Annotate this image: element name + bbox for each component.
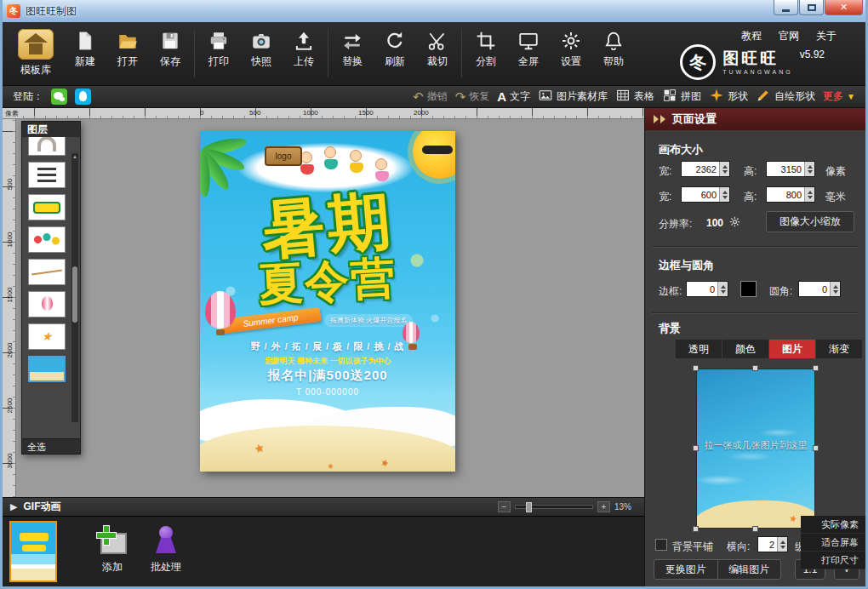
horizontal-tile-stepper[interactable]: 2 (757, 536, 788, 552)
link-tutorial[interactable]: 教程 (741, 29, 762, 43)
tile-background-checkbox[interactable] (655, 539, 667, 551)
poster-canvas[interactable]: logo 暑期 夏令营 Summer camp 拓展新体验 火爆开营报名 野 /… (200, 131, 455, 472)
puzzle-tool-button[interactable]: 拼图 (662, 88, 701, 106)
layers-panel: 图层 ★ ▲ 全选 (21, 121, 81, 455)
redo-icon: ↷ (455, 89, 466, 105)
height-px-stepper[interactable]: 3150 (766, 161, 815, 177)
resize-handle[interactable] (813, 365, 819, 371)
layer-thumb-balloon[interactable] (28, 291, 66, 317)
more-button[interactable]: 更多 ▼ (823, 89, 855, 104)
home-icon (18, 29, 54, 60)
tab-color[interactable]: 颜色 (722, 340, 768, 358)
refresh-icon (384, 30, 406, 52)
resize-handle[interactable] (693, 445, 699, 451)
image-resize-button[interactable]: 图像大小缩放 (766, 211, 854, 232)
layer-thumb-text[interactable] (28, 162, 66, 188)
qq-login-icon[interactable] (75, 89, 91, 105)
play-icon[interactable]: ▶ (10, 501, 17, 512)
stepper-arrows[interactable] (804, 187, 814, 202)
text-tool-button[interactable]: A 文字 (497, 89, 530, 104)
batch-process-button[interactable]: 批处理 (141, 525, 191, 575)
zoom-out-button[interactable]: − (498, 501, 511, 512)
zoom-slider[interactable] (515, 505, 593, 509)
layer-thumb-line[interactable] (28, 259, 66, 285)
add-page-button[interactable]: 添加 (88, 525, 137, 575)
save-icon (159, 30, 181, 52)
layer-thumb-starfish[interactable]: ★ (28, 323, 66, 350)
border-stepper[interactable]: 0 (686, 281, 728, 297)
toolbar-settings-button[interactable]: 设置 (550, 26, 592, 69)
page-thumbnail-selected[interactable] (9, 521, 57, 582)
select-all-button[interactable]: 全选 (22, 438, 80, 454)
resize-handle[interactable] (752, 365, 758, 371)
stepper-arrows[interactable] (719, 187, 729, 202)
border-color-swatch[interactable] (740, 281, 757, 297)
edit-image-button[interactable]: 编辑图片 (717, 560, 781, 579)
stepper-arrows[interactable] (830, 282, 840, 296)
image-library-button[interactable]: 图片素材库 (538, 88, 608, 106)
toolbar-print-button[interactable]: 打印 (197, 26, 240, 69)
shape-tool-button[interactable]: 形状 (709, 88, 748, 106)
tab-gradient[interactable]: 渐变 (816, 340, 862, 358)
toolbar-snapshot-button[interactable]: 快照 (240, 26, 283, 69)
plus-icon (96, 525, 115, 544)
zoom-in-button[interactable]: + (597, 501, 610, 512)
toolbar-separator (461, 30, 462, 77)
layer-thumb-beach-selected[interactable] (28, 356, 66, 382)
resize-handle[interactable] (693, 526, 699, 532)
width-px-stepper[interactable]: 2362 (681, 161, 730, 177)
resize-handle[interactable] (693, 365, 699, 371)
view-actual-pixels[interactable]: 实际像素 (801, 516, 865, 534)
toolbar-fullscreen-button[interactable]: 全屏 (507, 26, 550, 69)
layer-thumb-arch[interactable] (28, 137, 66, 156)
toolbar-save-button[interactable]: 保存 (149, 26, 191, 69)
corner-stepper[interactable]: 0 (798, 281, 841, 297)
gif-animation-label[interactable]: GIF动画 (23, 500, 60, 514)
minimize-button[interactable] (774, 0, 798, 15)
view-fit-screen[interactable]: 适合屏幕 (801, 534, 865, 552)
layer-thumb-kids[interactable] (28, 226, 66, 253)
toolbar-new-button[interactable]: 新建 (64, 26, 106, 69)
tab-transparent[interactable]: 透明 (676, 340, 722, 358)
stepper-arrows[interactable] (777, 537, 787, 552)
background-image-preview[interactable]: ★ 拉一张或几张图片到这里 (696, 369, 815, 529)
resize-handle[interactable] (752, 526, 758, 532)
toolbar-help-button[interactable]: 帮助 (592, 26, 635, 69)
toolbar-open-button[interactable]: 打开 (106, 26, 149, 69)
view-print-size[interactable]: 打印尺寸 (801, 552, 865, 569)
toolbar-crop-button[interactable]: 裁切 (416, 26, 459, 69)
tab-image[interactable]: 图片 (769, 340, 815, 358)
toolbar-refresh-button[interactable]: 刷新 (374, 26, 416, 69)
toolbar-split-button[interactable]: 分割 (465, 26, 507, 69)
template-library-button[interactable]: 模板库 (8, 26, 64, 77)
layer-thumb-title-text[interactable] (28, 194, 66, 220)
printer-icon (208, 30, 230, 52)
draw-shape-tool-button[interactable]: 自绘形状 (756, 88, 815, 106)
resolution-value: 100 (706, 217, 723, 229)
link-official-site[interactable]: 官网 (779, 29, 799, 43)
stepper-arrows[interactable] (719, 162, 729, 176)
stepper-arrows[interactable] (804, 162, 814, 176)
link-about[interactable]: 关于 (816, 29, 837, 43)
wechat-login-icon[interactable] (51, 89, 67, 105)
pixel-unit-label: 像素 (825, 164, 846, 179)
maximize-button[interactable] (799, 0, 824, 15)
resolution-gear-icon[interactable] (728, 215, 741, 228)
change-image-button[interactable]: 更换图片 (654, 560, 717, 579)
table-tool-button[interactable]: 表格 (615, 88, 654, 106)
width-mm-stepper[interactable]: 600 (681, 186, 730, 203)
toolbar-replace-button[interactable]: 替换 (331, 26, 374, 69)
height-mm-stepper[interactable]: 800 (766, 186, 815, 203)
view-menu: 实际像素 适合屏幕 打印尺寸 (801, 516, 865, 569)
layers-scrollbar[interactable]: ▲ (71, 153, 78, 422)
scroll-up-icon[interactable]: ▲ (71, 153, 78, 161)
toolbar-upload-button[interactable]: 上传 (283, 26, 325, 69)
stepper-arrows[interactable] (717, 282, 728, 296)
undo-button[interactable]: ↶ 撤销 (413, 89, 448, 105)
scrollbar-thumb[interactable] (72, 266, 77, 323)
chevron-right-icon (654, 115, 659, 123)
close-button[interactable]: ✕ (825, 0, 863, 15)
resize-handle[interactable] (813, 445, 819, 451)
zoom-slider-thumb[interactable] (526, 502, 532, 512)
redo-button[interactable]: ↷ 恢复 (455, 89, 490, 105)
